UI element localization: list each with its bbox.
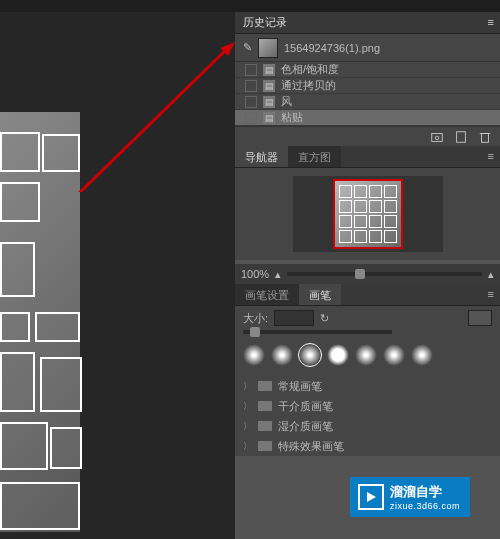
history-thumbnail <box>258 38 278 58</box>
brush-controls: 大小: ↻ <box>235 306 500 330</box>
zoom-in-icon[interactable]: ▴ <box>488 268 494 281</box>
brush-folder[interactable]: 〉 干介质画笔 <box>235 396 500 416</box>
brush-preset[interactable] <box>383 344 405 366</box>
annotation-arrow <box>60 42 235 192</box>
chevron-right-icon: 〉 <box>243 440 252 453</box>
brand-url: zixue.3d66.com <box>390 501 460 511</box>
tab-histogram[interactable]: 直方图 <box>288 146 341 167</box>
history-footer <box>235 126 500 146</box>
navigator-viewport-box[interactable] <box>333 179 403 249</box>
brush-source-icon[interactable]: ✎ <box>243 41 252 54</box>
history-item-label: 风 <box>281 94 292 109</box>
new-document-icon[interactable] <box>454 130 468 144</box>
play-icon <box>358 484 384 510</box>
panel-menu-icon[interactable]: ≡ <box>482 146 500 167</box>
brush-folder[interactable]: 〉 常规画笔 <box>235 376 500 396</box>
history-item[interactable]: ▤ 风 <box>235 94 500 110</box>
folder-label: 干介质画笔 <box>278 399 333 414</box>
folder-icon <box>258 401 272 411</box>
svg-rect-4 <box>457 131 466 142</box>
layer-icon: ▤ <box>263 96 275 108</box>
history-list: ✎ 1564924736(1).png ▤ 色相/饱和度 ▤ 通过拷贝的 ▤ 风 <box>235 34 500 146</box>
history-item-label: 色相/饱和度 <box>281 62 339 77</box>
history-panel-header: 历史记录 ≡ <box>235 12 500 34</box>
brush-preview-toggle[interactable] <box>468 310 492 326</box>
zoom-slider-thumb[interactable] <box>355 269 365 279</box>
brand-watermark: 溜溜自学 zixue.3d66.com <box>350 477 470 517</box>
brush-folder[interactable]: 〉 湿介质画笔 <box>235 416 500 436</box>
history-filename: 1564924736(1).png <box>284 42 380 54</box>
svg-rect-5 <box>482 133 489 142</box>
svg-rect-2 <box>432 133 443 141</box>
history-snapshot-row[interactable]: ✎ 1564924736(1).png <box>235 34 500 62</box>
history-item[interactable]: ▤ 通过拷贝的 <box>235 78 500 94</box>
history-item[interactable]: ▤ 粘贴 <box>235 110 500 126</box>
navigator-body <box>235 168 500 260</box>
panel-menu-icon[interactable]: ≡ <box>488 16 494 28</box>
brush-folder[interactable]: 〉 特殊效果画笔 <box>235 436 500 456</box>
brush-size-input[interactable] <box>274 310 314 326</box>
brush-tabs: 画笔设置 画笔 ≡ <box>235 284 500 306</box>
brush-preset[interactable] <box>243 344 265 366</box>
brush-preset[interactable] <box>271 344 293 366</box>
panel-menu-icon[interactable]: ≡ <box>482 284 500 305</box>
layer-icon: ▤ <box>263 112 275 124</box>
brush-size-label: 大小: <box>243 311 268 326</box>
svg-point-3 <box>435 136 439 140</box>
navigator-preview[interactable] <box>293 176 443 252</box>
canvas-area[interactable] <box>0 12 235 539</box>
history-slot[interactable] <box>245 80 257 92</box>
folder-label: 特殊效果画笔 <box>278 439 344 454</box>
navigator-tabs: 导航器 直方图 ≡ <box>235 146 500 168</box>
tab-brush-settings[interactable]: 画笔设置 <box>235 284 299 305</box>
trash-icon[interactable] <box>478 130 492 144</box>
folder-icon <box>258 421 272 431</box>
snapshot-icon[interactable] <box>430 130 444 144</box>
brush-preset[interactable] <box>327 344 349 366</box>
svg-marker-1 <box>220 42 235 56</box>
chevron-right-icon: 〉 <box>243 420 252 433</box>
tab-brushes[interactable]: 画笔 <box>299 284 341 305</box>
zoom-out-icon[interactable]: ▴ <box>275 268 281 281</box>
zoom-slider[interactable] <box>287 272 482 276</box>
svg-line-0 <box>70 46 230 192</box>
history-item-label: 通过拷贝的 <box>281 78 336 93</box>
slider-thumb[interactable] <box>250 327 260 337</box>
zoom-value[interactable]: 100% <box>241 268 269 280</box>
history-item[interactable]: ▤ 色相/饱和度 <box>235 62 500 78</box>
chevron-right-icon: 〉 <box>243 400 252 413</box>
history-slot[interactable] <box>245 112 257 124</box>
folder-icon <box>258 441 272 451</box>
history-title: 历史记录 <box>243 15 287 30</box>
folder-label: 湿介质画笔 <box>278 419 333 434</box>
history-item-label: 粘贴 <box>281 110 303 125</box>
layer-icon: ▤ <box>263 80 275 92</box>
history-slot[interactable] <box>245 96 257 108</box>
brush-size-slider[interactable] <box>243 330 392 334</box>
flip-icon[interactable]: ↻ <box>320 312 329 325</box>
tab-navigator[interactable]: 导航器 <box>235 146 288 167</box>
history-slot[interactable] <box>245 64 257 76</box>
brush-preset[interactable] <box>411 344 433 366</box>
brand-name: 溜溜自学 <box>390 483 460 501</box>
brush-preset[interactable] <box>299 344 321 366</box>
folder-label: 常规画笔 <box>278 379 322 394</box>
svg-marker-7 <box>367 492 376 502</box>
chevron-right-icon: 〉 <box>243 380 252 393</box>
folder-icon <box>258 381 272 391</box>
brush-presets <box>235 338 500 376</box>
layer-icon: ▤ <box>263 64 275 76</box>
brush-preset[interactable] <box>355 344 377 366</box>
navigator-zoom-row: 100% ▴ ▴ <box>235 264 500 284</box>
